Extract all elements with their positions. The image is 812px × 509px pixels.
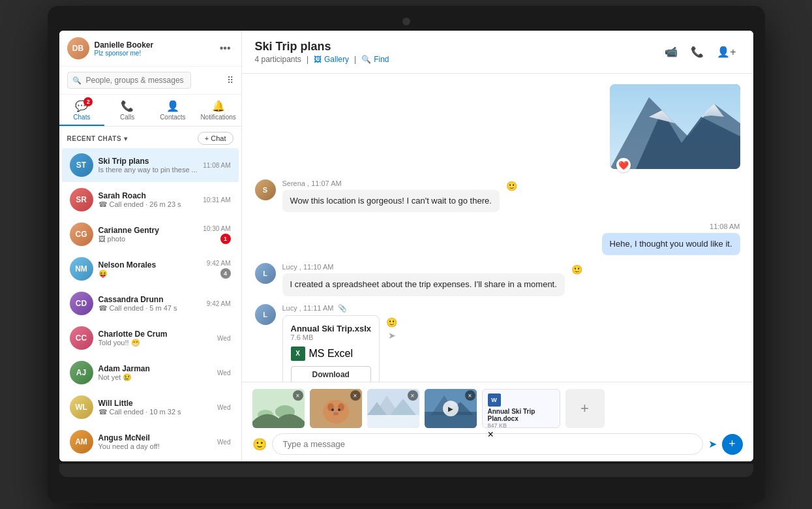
main-content: Ski Trip plans 4 participants | 🖼 Galler… [242, 31, 753, 461]
chat-item-mj-price[interactable]: MJ MJ Price Teehee! Tue [62, 459, 239, 461]
chat-name: Carianne Gentry [98, 226, 198, 235]
react-button[interactable]: 🙂 [386, 317, 397, 328]
doc-name: Annual Ski Trip Plan.docx [488, 408, 554, 422]
message-header: Serena , 11:07 AM [282, 179, 500, 187]
find-link[interactable]: 🔍 Find [361, 55, 389, 64]
close-attachment-video[interactable]: × [465, 390, 475, 401]
chat-avatar: WL [70, 395, 93, 419]
chat-name: Will Little [98, 399, 213, 408]
chat-preview: Not yet 😢 [98, 373, 213, 382]
chat-title: Ski Trip plans [255, 40, 389, 54]
tab-chats[interactable]: 💬 Chats 2 [59, 95, 105, 126]
file-card: Annual Ski Trip.xslx 7.6 MB X MS Excel D… [282, 315, 380, 382]
messages-area: ❤️ S Serena , 11:07 AM Wow this location… [242, 74, 753, 382]
play-button[interactable]: ▶ [443, 401, 459, 416]
search-bar: 🔍 ⠿ [59, 67, 241, 95]
chat-subtitle: 4 participants | 🖼 Gallery | 🔍 Find [255, 55, 389, 64]
chat-info: Ski Trip plans Is there any way to pin t… [98, 157, 198, 174]
recent-label: RECENT CHATS ▾ [67, 135, 128, 142]
chat-header-actions: 📹 📞 👤+ [661, 42, 740, 62]
chat-item-will-little[interactable]: WL Will Little ☎ Call ended · 10 m 32 s … [62, 390, 239, 424]
tab-contacts[interactable]: 👤 Contacts [150, 95, 196, 126]
search-input[interactable] [67, 72, 191, 89]
attachment-thumb-video: ▶ × [425, 389, 477, 428]
chat-preview: ☎ Call ended · 5 m 47 s [98, 304, 202, 313]
chat-time: Wed [217, 335, 230, 342]
add-participant-button[interactable]: 👤+ [713, 42, 740, 62]
chat-name: Ski Trip plans [98, 157, 198, 166]
notifications-icon: 🔔 [212, 100, 225, 112]
react-button[interactable]: 🙂 [571, 264, 582, 275]
message-group-lucy-2: L Lucy , 11:11 AM 📎 Annual Ski Trip.xslx… [255, 304, 740, 382]
participants-count: 4 participants [255, 55, 301, 64]
contacts-icon: 👤 [166, 100, 179, 112]
chat-item-sarah-roach[interactable]: SR Sarah Roach ☎ Call ended · 26 m 23 s … [62, 183, 239, 217]
fab-add-button[interactable]: + [722, 434, 743, 455]
apps-button[interactable]: ⠿ [227, 75, 233, 85]
svg-point-13 [338, 409, 340, 411]
file-type-row: X MS Excel [291, 347, 372, 361]
message-header: Lucy , 11:10 AM [282, 263, 565, 271]
more-button[interactable]: ••• [217, 40, 233, 57]
message-avatar: L [255, 304, 276, 325]
close-attachment-1[interactable]: × [293, 390, 303, 401]
tab-chats-label: Chats [73, 114, 90, 121]
close-attachment-2[interactable]: × [350, 390, 361, 401]
excel-icon: X [291, 347, 305, 361]
download-button[interactable]: Download [291, 366, 372, 382]
calls-icon: 📞 [121, 100, 134, 112]
chat-item-adam-jarman[interactable]: AJ Adam Jarman Not yet 😢 Wed [62, 356, 239, 390]
emoji-button[interactable]: 🙂 [252, 437, 267, 452]
nav-tabs: 💬 Chats 2 📞 Calls 👤 Contacts 🔔 Notificat… [59, 95, 241, 127]
file-name: Annual Ski Trip.xslx [291, 324, 372, 333]
chat-preview: ☎ Call ended · 10 m 32 s [98, 408, 213, 416]
user-status: Plz sponsor me! [95, 50, 154, 57]
file-type: MS Excel [309, 348, 353, 360]
close-attachment-doc[interactable]: × [488, 429, 554, 440]
forward-button[interactable]: ➤ [386, 330, 397, 341]
message-content: Lucy , 11:11 AM 📎 Annual Ski Trip.xslx 7… [282, 304, 380, 382]
chat-name: Sarah Roach [98, 191, 198, 200]
chat-preview: You need a day off! [98, 442, 213, 450]
own-message-bubble: Hehe, I thought you would like it. [602, 233, 740, 255]
react-button[interactable]: 🙂 [506, 181, 517, 191]
avatar: DB [67, 37, 89, 59]
chat-avatar-wrap: ST [70, 153, 93, 177]
voice-call-button[interactable]: 📞 [687, 42, 708, 62]
message-content: Serena , 11:07 AM Wow this location is g… [282, 179, 500, 212]
tab-calls-label: Calls [120, 114, 134, 121]
chat-item-nelson-morales[interactable]: NM Nelson Morales 😝 9:42 AM 4 [62, 252, 239, 286]
svg-point-12 [331, 409, 334, 411]
message-group-serena: S Serena , 11:07 AM Wow this location is… [255, 179, 740, 212]
unread-badge: 1 [220, 234, 231, 244]
chat-item-cassandra-drunn[interactable]: CD Cassandra Drunn ☎ Call ended · 5 m 47… [62, 286, 239, 320]
attachment-thumb-1: × [252, 389, 305, 428]
chat-name: Nelson Morales [98, 260, 202, 270]
tab-notifications[interactable]: 🔔 Notifications [196, 95, 241, 126]
tab-calls[interactable]: 📞 Calls [104, 95, 150, 126]
new-chat-button[interactable]: + Chat [198, 132, 233, 145]
file-size: 7.6 MB [291, 333, 372, 341]
message-time: 11:08 AM [710, 223, 740, 230]
gallery-link[interactable]: 🖼 Gallery [314, 55, 349, 64]
chat-item-charlotte-crum[interactable]: CC Charlotte De Crum Told you!! 😁 Wed [62, 321, 239, 355]
mountain-image [610, 84, 740, 169]
message-bubble: I created a spreadsheet about the trip e… [282, 273, 565, 296]
message-avatar: S [255, 179, 276, 200]
chat-preview: 🖼 photo [98, 235, 198, 243]
message-group-lucy-1: L Lucy , 11:10 AM I created a spreadshee… [255, 263, 740, 296]
chat-preview: Is there any way to pin these ... [98, 166, 198, 174]
chat-name: Angus McNeil [98, 433, 213, 442]
chat-item-angus-mcneil[interactable]: AM Angus McNeil You need a day off! Wed [62, 425, 239, 459]
chat-time: Wed [217, 369, 230, 377]
video-call-button[interactable]: 📹 [661, 42, 682, 62]
add-more-button[interactable]: + [565, 389, 605, 428]
attachment-doc: W Annual Ski Trip Plan.docx 847 KB × [482, 389, 560, 428]
chat-item-carianne-gentry[interactable]: CG Carianne Gentry 🖼 photo 10:30 AM 1 [62, 217, 239, 251]
user-details: Danielle Booker Plz sponsor me! [95, 40, 154, 57]
chat-avatar: AM [70, 430, 93, 454]
chat-item-ski-trip[interactable]: ST Ski Trip plans Is there any way to pi… [62, 148, 239, 182]
close-attachment-3[interactable]: × [408, 390, 418, 401]
send-button[interactable]: ➤ [708, 438, 717, 450]
attachment-thumb-3: × [367, 389, 419, 428]
